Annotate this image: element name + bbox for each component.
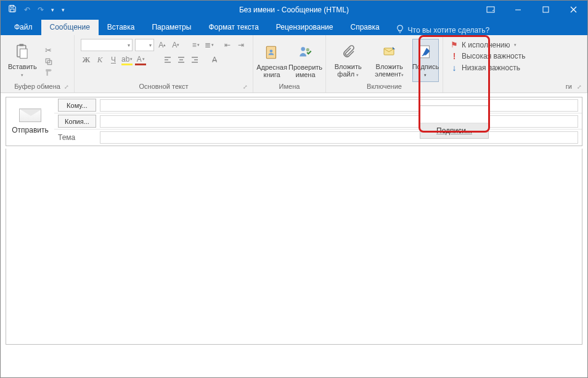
follow-up-label: К исполнению <box>462 41 510 49</box>
tab-review[interactable]: Рецензирование <box>267 20 342 35</box>
attach-item-label: Вложить элемент <box>375 63 402 78</box>
svg-rect-9 <box>20 49 28 58</box>
align-right-icon[interactable] <box>189 54 200 66</box>
message-header: Отправить Кому... Копия... Тема <box>6 97 582 146</box>
italic-button[interactable]: К <box>94 54 105 66</box>
lightbulb-icon <box>396 25 404 35</box>
address-book-icon <box>262 43 282 62</box>
svg-point-23 <box>301 47 305 51</box>
clear-format-icon[interactable]: A̶ <box>209 54 220 66</box>
attach-item-icon <box>380 42 399 62</box>
paste-button[interactable]: Вставить▾ <box>4 41 41 80</box>
signature-icon <box>415 42 435 62</box>
align-left-icon[interactable] <box>162 54 173 66</box>
tab-help[interactable]: Справка <box>342 20 388 35</box>
basictext-group-label: Основной текст <box>139 83 189 90</box>
paste-label: Вставить <box>8 63 37 70</box>
ribbon-display-icon[interactable] <box>476 1 504 18</box>
signatures-menu-item[interactable]: Подписи... <box>420 123 488 138</box>
maximize-button[interactable] <box>532 1 560 18</box>
cut-icon[interactable]: ✂ <box>43 46 54 55</box>
subject-input[interactable] <box>100 131 578 144</box>
undo-icon[interactable]: ↶ <box>24 6 30 14</box>
follow-up-button[interactable]: ⚑ К исполнению ▾ <box>451 40 579 49</box>
signatures-label: Подписи... <box>436 126 472 135</box>
window: ↶ ↷ ▾ ▾ Без имени - Сообщение (HTML) Фай… <box>0 0 588 378</box>
align-center-icon[interactable] <box>176 54 187 66</box>
outdent-icon[interactable]: ⇤ <box>222 39 233 51</box>
numbering-icon[interactable]: ≣ <box>204 39 215 51</box>
font-color-icon[interactable]: A <box>135 55 146 65</box>
signature-label: Подпись <box>412 63 439 70</box>
tab-format[interactable]: Формат текста <box>200 20 267 35</box>
group-tags: ⚑ К исполнению ▾ ! Высокая важность ↓ Ни… <box>443 35 587 92</box>
tab-insert[interactable]: Вставка <box>99 20 144 35</box>
save-icon[interactable] <box>8 4 17 15</box>
redo-icon[interactable]: ↷ <box>38 6 44 14</box>
check-names-button[interactable]: Проверить имена <box>289 41 322 80</box>
include-group-label: Включение <box>330 83 439 91</box>
low-importance-label: Низкая важность <box>462 64 520 72</box>
names-group-label: Имена <box>257 83 322 91</box>
to-button[interactable]: Кому... <box>58 99 96 112</box>
check-names-label: Проверить имена <box>288 64 322 78</box>
underline-button[interactable]: Ч <box>108 54 119 66</box>
qat-more-icon[interactable]: ▾ <box>62 7 65 13</box>
window-controls <box>476 1 587 18</box>
window-title: Без имени - Сообщение (HTML) <box>239 6 349 14</box>
increase-font-icon[interactable]: A▴ <box>157 39 168 51</box>
qat-dropdown-icon[interactable]: ▾ <box>51 7 54 13</box>
clipboard-group-label: Буфер обмена <box>14 83 60 90</box>
address-book-label: Адресная книга <box>256 64 287 78</box>
font-family-combo[interactable] <box>81 39 133 51</box>
send-column: Отправить <box>6 97 54 146</box>
flag-icon: ⚑ <box>451 40 458 49</box>
format-painter-icon[interactable] <box>43 68 54 78</box>
attach-item-button[interactable]: Вложить элемент▾ <box>369 41 409 80</box>
svg-rect-8 <box>20 44 24 46</box>
send-button[interactable]: Отправить <box>12 126 49 134</box>
low-importance-button[interactable]: ↓ Низкая важность <box>451 63 579 73</box>
decrease-font-icon[interactable]: A▾ <box>170 39 181 51</box>
tab-options[interactable]: Параметры <box>143 20 200 35</box>
close-button[interactable] <box>560 1 587 18</box>
quick-access-toolbar: ↶ ↷ ▾ ▾ <box>1 4 65 15</box>
paste-icon <box>12 42 32 62</box>
highlight-icon[interactable]: ab <box>121 55 133 65</box>
tab-message[interactable]: Сообщение <box>41 20 99 35</box>
check-names-icon <box>296 43 316 62</box>
svg-point-24 <box>306 48 309 51</box>
font-dialog-launcher[interactable]: ⤢ <box>243 84 248 90</box>
cc-button[interactable]: Копия... <box>58 115 96 128</box>
group-names: Адресная книга Проверить имена Имена <box>253 35 326 92</box>
signature-dropdown: Подписи... <box>420 105 489 139</box>
header-fields: Кому... Копия... Тема <box>54 97 582 146</box>
clipboard-dialog-launcher[interactable]: ⤢ <box>64 84 69 90</box>
tell-me-search[interactable]: Что вы хотите сделать? <box>396 25 490 35</box>
bold-button[interactable]: Ж <box>81 54 92 66</box>
attach-file-button[interactable]: Вложить файл ▾ <box>330 41 366 80</box>
high-importance-label: Высокая важность <box>462 52 525 60</box>
copy-icon[interactable] <box>43 57 54 67</box>
minimize-button[interactable] <box>504 1 532 18</box>
cc-input[interactable] <box>100 115 578 128</box>
svg-rect-1 <box>10 9 14 12</box>
bullets-icon[interactable]: ≡ <box>190 39 202 51</box>
address-book-button[interactable]: Адресная книга <box>257 41 287 80</box>
font-size-combo[interactable] <box>135 39 154 51</box>
signature-button[interactable]: Подпись▾ <box>412 39 439 82</box>
tags-group-label: ги <box>566 83 572 90</box>
message-body[interactable] <box>6 149 582 345</box>
svg-rect-4 <box>543 7 549 12</box>
tab-file[interactable]: Файл <box>6 20 41 35</box>
high-importance-button[interactable]: ! Высокая важность <box>451 51 579 61</box>
envelope-icon <box>19 109 41 122</box>
svg-rect-0 <box>10 6 14 7</box>
indent-icon[interactable]: ⇥ <box>235 39 247 51</box>
group-clipboard: Вставить▾ ✂ Буфер обмена⤢ <box>1 35 75 92</box>
subject-label: Тема <box>58 133 96 142</box>
to-input[interactable] <box>100 99 578 112</box>
ribbon: Вставить▾ ✂ Буфер обмена⤢ <box>1 35 587 93</box>
svg-rect-2 <box>487 7 494 12</box>
tags-dialog-launcher[interactable]: ⤢ <box>577 84 582 90</box>
